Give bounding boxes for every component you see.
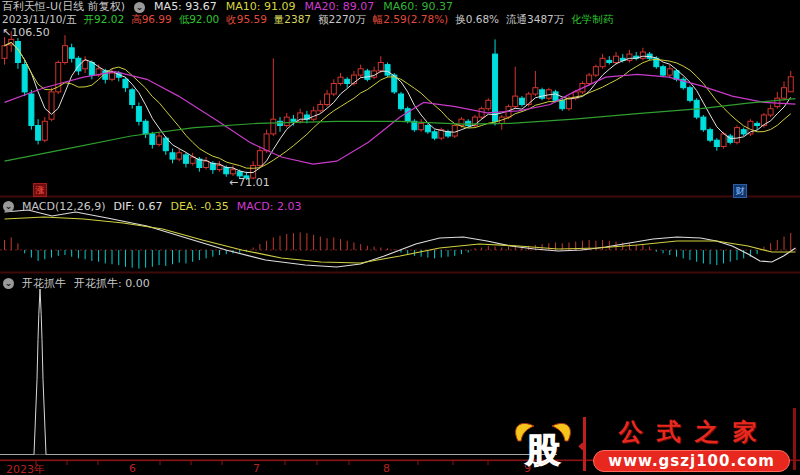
quote-value-6: 幅2.59(2.78%) xyxy=(373,13,448,25)
candle-body xyxy=(170,153,175,159)
candle-body xyxy=(338,77,343,83)
candle-body xyxy=(708,130,713,141)
candle-body xyxy=(204,161,209,167)
candle-body xyxy=(177,153,182,159)
candle-body xyxy=(425,126,430,132)
collapse-main-icon[interactable]: ⌄ xyxy=(134,2,145,13)
news-marker-icon-0[interactable]: 涨 xyxy=(33,183,47,197)
macd-value-1: DEA: -0.35 xyxy=(170,200,228,213)
candle-body xyxy=(62,46,67,63)
ma-value-1: MA10: 91.09 xyxy=(226,1,296,13)
arrow-up-left-icon: ↖ xyxy=(2,26,11,39)
stock-title: 百利天恒-U(日线 前复权) xyxy=(2,1,125,13)
title-bar: 百利天恒-U(日线 前复权) ⌄ MA5: 93.67MA10: 91.09MA… xyxy=(2,1,453,13)
quote-value-7: 换0.68% xyxy=(455,13,499,25)
low-price-marker: ←71.01 xyxy=(229,176,270,189)
candle-body xyxy=(224,168,229,174)
site-name: 公式之家 xyxy=(613,416,771,448)
macd-value-2: MACD: 2.03 xyxy=(237,200,302,213)
quote-value-8: 流通3487万 xyxy=(506,13,564,25)
candle-body xyxy=(217,165,222,169)
indicator-panel-header: ⌄ 开花抓牛 开花抓牛: 0.00 xyxy=(3,277,150,290)
ma10-line xyxy=(5,43,791,169)
candle-body xyxy=(788,77,793,92)
ma-values: MA5: 93.67MA10: 91.09MA20: 89.07MA60: 90… xyxy=(154,1,453,13)
ma-value-2: MA20: 89.07 xyxy=(305,1,375,13)
candle-body xyxy=(432,132,437,138)
collapse-macd-icon[interactable]: ⌄ xyxy=(3,201,14,212)
candle-body xyxy=(667,69,672,75)
candle-body xyxy=(22,65,27,92)
high-price-marker: ↖106.50 xyxy=(2,26,50,39)
candle-body xyxy=(446,132,451,136)
candle-body xyxy=(130,90,135,105)
macd-indicator-name[interactable]: MACD(12,26,9) xyxy=(22,200,106,213)
quote-value-9: 化学制药 xyxy=(571,13,613,25)
indicator-name[interactable]: 开花抓牛 xyxy=(22,277,66,290)
candle-body xyxy=(734,128,739,143)
indicator-value: 开花抓牛: 0.00 xyxy=(74,277,150,290)
candle-body xyxy=(136,107,141,122)
candle-body xyxy=(29,94,34,126)
candle-body xyxy=(291,119,296,121)
candle-body xyxy=(325,94,330,105)
candle-body xyxy=(614,56,619,62)
candle-body xyxy=(311,111,316,119)
candle-body xyxy=(110,73,115,79)
axis-month-label-7: 7 xyxy=(253,462,260,475)
candle-body xyxy=(49,92,54,119)
candle-body xyxy=(358,69,363,75)
candle-body xyxy=(526,94,531,105)
candle-body xyxy=(143,121,148,134)
candle-body xyxy=(123,79,128,87)
candle-body xyxy=(782,88,787,99)
site-watermark: 股 ◆ 公式之家 www.gszj100.com xyxy=(510,416,790,472)
candle-body xyxy=(150,134,155,145)
candle-body xyxy=(687,88,692,101)
candle-body xyxy=(661,67,666,75)
news-marker-icon-1[interactable]: 财 xyxy=(733,184,747,198)
candle-body xyxy=(264,134,269,151)
candle-body xyxy=(385,65,390,76)
quote-date: 2023/11/10/五 xyxy=(2,13,77,25)
logo-character: 股 xyxy=(525,430,561,470)
candle-body xyxy=(546,90,551,98)
chart-canvas[interactable] xyxy=(0,0,800,475)
candle-body xyxy=(768,109,773,115)
candle-body xyxy=(741,130,746,134)
candle-body xyxy=(419,123,424,129)
candle-body xyxy=(69,48,74,59)
candle-body xyxy=(2,46,7,59)
candle-body xyxy=(486,100,491,108)
right-red-accent-line xyxy=(793,408,796,470)
macd-dif-line xyxy=(5,210,796,267)
quote-value-1: 高96.99 xyxy=(131,13,172,25)
panel-separator xyxy=(0,272,800,274)
candle-body xyxy=(513,96,518,107)
candle-body xyxy=(183,155,188,163)
axis-month-label-6: 6 xyxy=(129,462,136,475)
candle-body xyxy=(331,84,336,95)
candle-body xyxy=(466,121,471,125)
candle-body xyxy=(587,75,592,83)
candle-body xyxy=(284,117,289,125)
bull-stock-logo-icon[interactable]: 股 xyxy=(510,417,576,471)
candle-body xyxy=(230,170,235,174)
quote-value-5: 额2270万 xyxy=(318,13,366,25)
candle-body xyxy=(553,92,558,100)
candle-body xyxy=(345,79,350,83)
candle-body xyxy=(640,52,645,58)
candle-body xyxy=(701,117,706,130)
macd-value-0: DIF: 0.67 xyxy=(114,200,163,213)
candlestick-series[interactable] xyxy=(2,31,793,180)
site-url-pill[interactable]: www.gszj100.com xyxy=(593,450,790,472)
axis-year-label: 2023年 xyxy=(6,462,45,475)
quote-value-0: 开92.02 xyxy=(84,13,125,25)
diamond-icon: ◆ xyxy=(578,440,586,451)
candle-body xyxy=(566,98,571,109)
collapse-indicator-icon[interactable]: ⌄ xyxy=(3,278,14,289)
panel-separator xyxy=(0,196,800,198)
ma-value-3: MA60: 90.37 xyxy=(383,1,453,13)
candle-body xyxy=(560,100,565,108)
candle-body xyxy=(479,109,484,117)
